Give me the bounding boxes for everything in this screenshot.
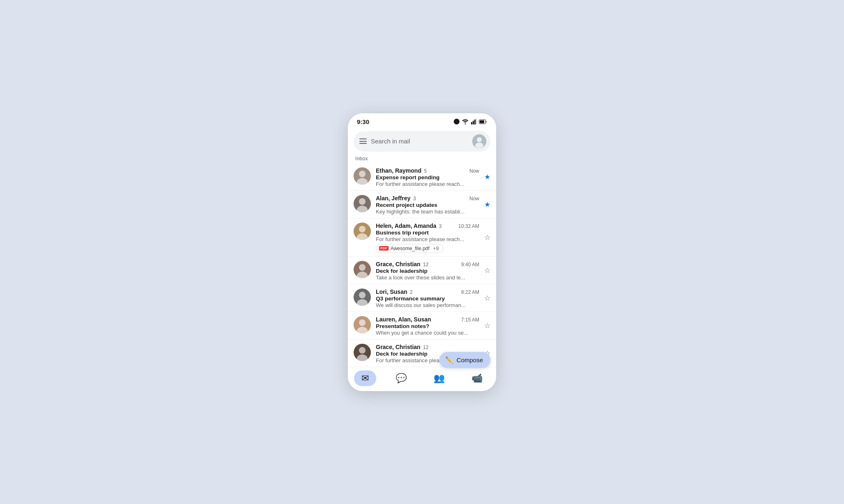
email-preview: When you get a chance could you se... [376,330,479,336]
email-subject: Expense report pending [376,174,479,181]
email-content: Helen, Adam, Amanda 310:32 AMBusiness tr… [376,223,479,253]
email-avatar [354,195,371,212]
nav-mail[interactable]: ✉ [354,370,376,386]
star-button[interactable]: ☆ [484,322,490,329]
svg-point-20 [359,264,366,271]
email-subject: Business trip report [376,230,479,236]
email-count: 3 [438,223,442,229]
svg-rect-6 [480,120,484,123]
email-subject: Deck for leadership [376,268,479,274]
email-item[interactable]: Ethan, Raymond 5NowExpense report pendin… [348,163,496,191]
email-avatar [354,223,371,240]
nav-spaces[interactable]: 👥 [426,370,452,386]
hamburger-icon[interactable] [359,138,367,144]
email-avatar [354,261,371,278]
svg-point-14 [359,198,366,205]
meet-icon: 📹 [471,373,483,384]
inbox-label: Inbox [348,152,496,163]
email-preview: Take a look over these slides and le... [376,274,479,281]
attachment-name: Awesome_file.pdf [391,246,430,251]
email-time: Now [469,168,479,174]
email-sender: Ethan, Raymond 5 [376,167,427,174]
status-time: 9:30 [357,118,369,125]
status-bar: 9:30 [348,113,496,129]
email-header: Helen, Adam, Amanda 310:32 AM [376,223,479,229]
svg-point-9 [475,143,483,148]
email-sender: Grace, Christian 12 [376,261,429,267]
star-button[interactable]: ☆ [484,234,490,241]
email-sender: Alan, Jeffrey 3 [376,195,416,202]
email-content: Lauren, Alan, Susan7:15 AMPresentation n… [376,316,479,336]
svg-point-26 [359,319,366,326]
star-button[interactable]: ★ [484,173,490,181]
svg-rect-1 [471,122,472,124]
star-button[interactable]: ☆ [484,295,490,302]
email-header: Lauren, Alan, Susan7:15 AM [376,316,479,323]
email-sender: Grace, Christian 12 [376,344,429,350]
email-preview: For further assistance please reach... [376,181,479,187]
email-item[interactable]: Helen, Adam, Amanda 310:32 AMBusiness tr… [348,218,496,257]
svg-rect-4 [476,119,477,124]
compose-label: Compose [457,356,483,363]
email-count: 2 [408,289,413,295]
svg-point-8 [477,137,482,142]
email-avatar [354,344,371,361]
attachment-chip[interactable]: PDFAwesome_file.pdf+9 [376,244,443,253]
email-subject: Q3 performance summary [376,295,479,302]
email-item[interactable]: Alan, Jeffrey 3NowRecent project updates… [348,191,496,218]
wifi-icon [462,119,469,124]
email-avatar [354,316,371,333]
email-avatar [354,288,371,306]
email-content: Lori, Susan 28:22 AMQ3 performance summa… [376,288,479,308]
svg-point-23 [359,292,366,298]
email-list: Ethan, Raymond 5NowExpense report pendin… [348,163,496,367]
status-icons [454,119,487,124]
star-button[interactable]: ☆ [484,267,490,274]
chat-icon: 💬 [396,373,407,384]
nav-meet[interactable]: 📹 [464,370,490,386]
search-bar[interactable]: Search in mail [354,131,490,152]
email-header: Grace, Christian 12 [376,344,479,350]
bottom-nav: ✉ 💬 👥 📹 [348,367,496,391]
email-header: Ethan, Raymond 5Now [376,167,479,174]
email-subject: Recent project updates [376,202,479,208]
compose-button[interactable]: ✏️ Compose [439,352,490,368]
svg-point-29 [359,347,366,354]
email-time: 8:22 AM [461,289,479,295]
email-sender: Helen, Adam, Amanda 3 [376,223,442,229]
signal-icon [471,119,477,124]
star-button[interactable]: ★ [484,201,490,208]
email-content: Alan, Jeffrey 3NowRecent project updates… [376,195,479,215]
email-sender: Lori, Susan 2 [376,288,413,295]
email-item[interactable]: Lori, Susan 28:22 AMQ3 performance summa… [348,284,496,312]
email-avatar [354,167,371,185]
camera-dot [454,119,460,124]
email-content: Grace, Christian 129:40 AMDeck for leade… [376,261,479,281]
svg-rect-2 [473,121,474,124]
email-sender: Lauren, Alan, Susan [376,316,431,323]
email-subject: Presentation notes? [376,323,479,329]
email-preview: We will discuss our sales performan... [376,302,479,308]
email-header: Grace, Christian 129:40 AM [376,261,479,267]
svg-point-17 [359,226,366,232]
email-time: 9:40 AM [461,262,479,267]
email-count: 3 [412,196,416,202]
pencil-icon: ✏️ [445,356,453,364]
user-avatar[interactable] [472,134,486,148]
phone-frame: 9:30 [348,113,496,391]
email-count: 12 [422,345,429,350]
email-count: 5 [422,168,427,174]
email-item[interactable]: Lauren, Alan, Susan7:15 AMPresentation n… [348,312,496,340]
attachment-extra: +9 [433,246,439,251]
svg-rect-3 [474,120,476,124]
email-item[interactable]: Grace, Christian 129:40 AMDeck for leade… [348,257,496,284]
search-placeholder: Search in mail [371,138,468,145]
email-count: 12 [422,262,429,267]
svg-point-11 [359,171,366,177]
pdf-badge: PDF [379,246,389,251]
mail-icon: ✉ [361,373,369,384]
svg-point-0 [465,124,466,124]
nav-chat[interactable]: 💬 [388,370,414,386]
email-time: 10:32 AM [458,223,479,229]
spaces-icon: 👥 [434,373,445,384]
